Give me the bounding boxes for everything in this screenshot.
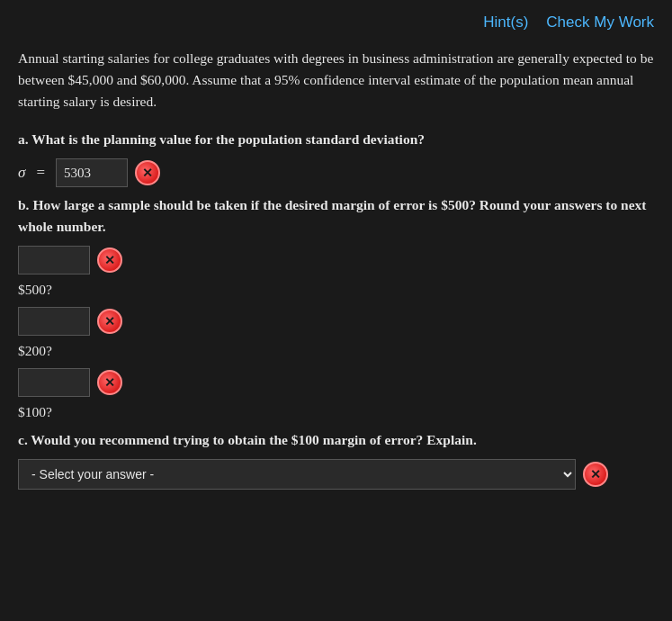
clear-b500-button[interactable]: ✕ (97, 248, 122, 273)
question-a-header: a. What is the planning value for the po… (18, 129, 654, 149)
clear-c-button[interactable]: ✕ (583, 462, 608, 487)
b500-input-row: ✕ (18, 246, 654, 274)
check-my-work-link[interactable]: Check My Work (546, 14, 654, 32)
b200-input[interactable] (18, 307, 90, 336)
clear-b200-button[interactable]: ✕ (97, 309, 122, 334)
sigma-symbol: σ (18, 164, 25, 182)
hints-link[interactable]: Hint(s) (483, 14, 528, 32)
clear-b100-button[interactable]: ✕ (97, 370, 122, 395)
question-c-section: c. Would you recommend trying to obtain … (18, 429, 654, 490)
problem-text: Annual starting salaries for college gra… (18, 48, 654, 112)
question-a-label: a. (18, 131, 29, 147)
clear-sigma-button[interactable]: ✕ (135, 160, 160, 185)
b200-label: $200? (18, 343, 654, 359)
question-b-label: b. (18, 197, 30, 212)
question-b-section: b. How large a sample should be taken if… (18, 194, 654, 420)
b500-label: $500? (18, 282, 654, 298)
question-c-select[interactable]: - Select your answer - Yes, because the … (18, 459, 576, 490)
sigma-input[interactable] (56, 158, 128, 187)
b100-label: $100? (18, 404, 654, 420)
b500-input[interactable] (18, 246, 90, 274)
question-c-text: Would you recommend trying to obtain the… (28, 432, 477, 447)
question-b-header: b. How large a sample should be taken if… (18, 194, 654, 237)
question-b-text: How large a sample should be taken if th… (18, 197, 647, 233)
b100-input-row: ✕ (18, 368, 654, 397)
question-c-dropdown-row: - Select your answer - Yes, because the … (18, 459, 654, 490)
equals-symbol: = (36, 164, 45, 182)
b200-input-row: ✕ (18, 307, 654, 336)
question-c-label: c. (18, 432, 28, 447)
top-bar: Hint(s) Check My Work (18, 14, 654, 32)
question-a-text: What is the planning value for the popul… (29, 131, 425, 147)
question-a-input-row: σ = ✕ (18, 158, 654, 187)
question-c-header: c. Would you recommend trying to obtain … (18, 429, 654, 450)
b100-input[interactable] (18, 368, 90, 397)
